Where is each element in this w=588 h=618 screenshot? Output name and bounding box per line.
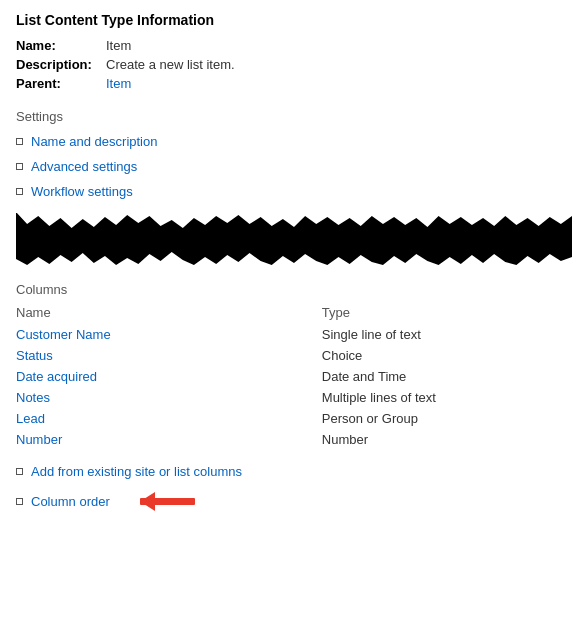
page-container: List Content Type Information Name: Item… <box>0 0 588 535</box>
col-type-cell: Date and Time <box>322 366 572 387</box>
col-name-cell: Status <box>16 345 322 366</box>
add-existing-link[interactable]: Add from existing site or list columns <box>31 464 242 479</box>
col-name-link[interactable]: Lead <box>16 411 45 426</box>
col-type-cell: Single line of text <box>322 324 572 345</box>
table-row: Customer NameSingle line of text <box>16 324 572 345</box>
col-name-cell: Number <box>16 429 322 450</box>
info-row-name: Name: Item <box>16 38 572 53</box>
col-name-link[interactable]: Number <box>16 432 62 447</box>
columns-heading: Columns <box>16 282 572 297</box>
col-type-cell: Multiple lines of text <box>322 387 572 408</box>
settings-item-name-description: Name and description <box>16 134 572 149</box>
column-order-link[interactable]: Column order <box>31 494 110 509</box>
description-label: Description: <box>16 57 106 72</box>
arrow-indicator <box>120 489 210 513</box>
parent-label: Parent: <box>16 76 106 91</box>
bottom-links: Add from existing site or list columns C… <box>16 464 572 513</box>
settings-section: Settings Name and description Advanced s… <box>16 109 572 199</box>
col-name-link[interactable]: Customer Name <box>16 327 111 342</box>
bullet-icon <box>16 498 23 505</box>
torn-bottom <box>16 249 572 268</box>
col-type-header: Type <box>322 305 572 324</box>
columns-table: Name Type Customer NameSingle line of te… <box>16 305 572 450</box>
info-row-description: Description: Create a new list item. <box>16 57 572 72</box>
name-label: Name: <box>16 38 106 53</box>
col-type-cell: Person or Group <box>322 408 572 429</box>
col-name-cell: Lead <box>16 408 322 429</box>
col-name-link[interactable]: Notes <box>16 390 50 405</box>
col-name-link[interactable]: Status <box>16 348 53 363</box>
columns-section: Columns Name Type Customer NameSingle li… <box>16 282 572 450</box>
table-row: NotesMultiple lines of text <box>16 387 572 408</box>
settings-item-advanced: Advanced settings <box>16 159 572 174</box>
add-existing-item: Add from existing site or list columns <box>16 464 572 479</box>
page-title: List Content Type Information <box>16 12 572 28</box>
bullet-icon <box>16 138 23 145</box>
col-name-header: Name <box>16 305 322 324</box>
info-row-parent: Parent: Item <box>16 76 572 91</box>
table-row: StatusChoice <box>16 345 572 366</box>
parent-link[interactable]: Item <box>106 76 131 91</box>
torn-divider <box>16 213 572 268</box>
bullet-icon <box>16 188 23 195</box>
name-description-link[interactable]: Name and description <box>31 134 157 149</box>
workflow-settings-link[interactable]: Workflow settings <box>31 184 133 199</box>
red-arrow-icon <box>120 489 210 513</box>
column-order-item: Column order <box>16 489 572 513</box>
bullet-icon <box>16 468 23 475</box>
settings-heading: Settings <box>16 109 572 124</box>
svg-marker-1 <box>140 492 155 511</box>
settings-item-workflow: Workflow settings <box>16 184 572 199</box>
col-name-cell: Notes <box>16 387 322 408</box>
col-type-cell: Number <box>322 429 572 450</box>
description-value: Create a new list item. <box>106 57 235 72</box>
torn-top <box>16 213 572 232</box>
parent-value: Item <box>106 76 131 91</box>
col-name-cell: Date acquired <box>16 366 322 387</box>
name-value: Item <box>106 38 131 53</box>
col-name-cell: Customer Name <box>16 324 322 345</box>
table-row: NumberNumber <box>16 429 572 450</box>
col-type-cell: Choice <box>322 345 572 366</box>
col-name-link[interactable]: Date acquired <box>16 369 97 384</box>
bullet-icon <box>16 163 23 170</box>
advanced-settings-link[interactable]: Advanced settings <box>31 159 137 174</box>
table-row: Date acquiredDate and Time <box>16 366 572 387</box>
table-row: LeadPerson or Group <box>16 408 572 429</box>
info-table: Name: Item Description: Create a new lis… <box>16 38 572 91</box>
